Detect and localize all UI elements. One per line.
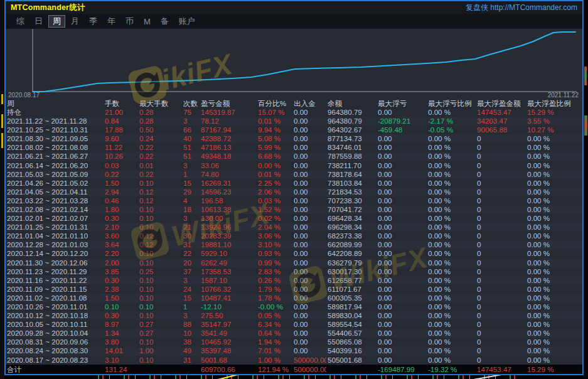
- table-cell: 31: [182, 240, 200, 249]
- table-cell: 0.00 %: [526, 152, 582, 161]
- table-row[interactable]: 2020.08.24 ~ 2020.08.3014.011.004935397.…: [6, 347, 582, 356]
- table-cell: 0.00 %: [526, 214, 582, 223]
- table-cell: 2020.10.26 ~ 2020.11.01: [6, 302, 104, 311]
- table-row[interactable]: 2021.02.08 ~ 2021.02.141.800.101810613.3…: [6, 205, 582, 214]
- menu-item-4[interactable]: 月: [67, 15, 83, 28]
- table-row[interactable]: 2021.04.26 ~ 2021.05.021.500.101516269.3…: [6, 179, 582, 188]
- table-cell: 10766.32: [200, 285, 257, 294]
- table-cell: 0.00: [292, 346, 326, 355]
- table-cell: -459.48: [377, 125, 427, 134]
- column-header[interactable]: 最大浮盈比例: [526, 99, 582, 108]
- table-cell: 5.99 %: [257, 143, 292, 152]
- table-cell: 964380.79: [326, 117, 377, 125]
- table-cell: 0.93 %: [257, 249, 292, 258]
- table-row[interactable]: 2020.11.16 ~ 2020.11.220.300.1031587.100…: [6, 276, 582, 285]
- table-row[interactable]: 2020.11.09 ~ 2020.11.152.380.102410766.3…: [6, 285, 582, 294]
- table-row[interactable]: 2020.10.05 ~ 2020.10.118.970.278835147.9…: [6, 320, 582, 329]
- table-cell: 2020.09.28 ~ 2020.10.04: [6, 329, 104, 338]
- table-row[interactable]: 2021.02.01 ~ 2021.02.070.300.103130.000.…: [6, 214, 582, 223]
- table-cell: 0.00 %: [427, 152, 476, 161]
- column-header[interactable]: 最大浮盈金额: [476, 99, 526, 108]
- table-cell: 0.00 %: [526, 267, 582, 276]
- table-row[interactable]: 2020.11.23 ~ 2020.11.293.850.253717358.5…: [6, 267, 582, 276]
- table-row[interactable]: 2021.10.25 ~ 2021.10.3117.880.506687167.…: [6, 125, 582, 134]
- table-cell: 0: [476, 161, 526, 170]
- menu-item-6[interactable]: 年: [103, 15, 120, 28]
- table-cell: 738178.64: [326, 170, 377, 179]
- table-cell: 16269.31: [200, 179, 257, 188]
- table-cell: 0.00 %: [526, 232, 582, 240]
- table-cell: 500000.00: [292, 365, 326, 374]
- table-cell: 0.00 %: [427, 143, 476, 152]
- table-row[interactable]: 2021.06.21 ~ 2021.06.2710.260.225149348.…: [6, 152, 582, 161]
- column-header[interactable]: 周: [6, 99, 104, 108]
- column-header[interactable]: 最大手数: [138, 99, 182, 108]
- table-cell: 1.00: [138, 346, 182, 355]
- table-row[interactable]: 2020.10.26 ~ 2020.11.010.100.101-12.10-0…: [6, 302, 582, 311]
- total-row[interactable]: 合计131.24609700.66121.94 %500000.00-16948…: [6, 365, 582, 374]
- table-row[interactable]: 2020.12.14 ~ 2020.12.202.200.10225929.10…: [6, 250, 582, 259]
- menu-item-8[interactable]: M: [139, 16, 155, 27]
- table-cell: 0.00 %: [427, 329, 476, 338]
- menu-item-1[interactable]: 综: [12, 15, 29, 28]
- table-cell: 196.58: [200, 196, 257, 205]
- menu-item-10[interactable]: 账户: [174, 15, 200, 28]
- column-header[interactable]: 手数: [104, 99, 138, 108]
- table-row[interactable]: 2021.04.05 ~ 2021.04.112.940.122914596.2…: [6, 188, 582, 196]
- table-row[interactable]: 2021.01.04 ~ 2021.01.103.600.123020283.3…: [6, 232, 582, 240]
- table-cell: 0.10: [138, 302, 182, 311]
- menu-item-7[interactable]: 币: [121, 15, 138, 28]
- column-header[interactable]: 余额: [326, 99, 377, 108]
- table-cell: 0.01 %: [257, 117, 292, 125]
- table-cell: 2.38: [104, 285, 138, 294]
- menu-item-5[interactable]: 季: [85, 15, 102, 28]
- title-bar[interactable]: MTCommander统计 复盘侠 http://MTCommander.com: [6, 1, 582, 14]
- table-cell: 0.00: [377, 276, 427, 285]
- menu-item-9[interactable]: 备: [156, 15, 173, 28]
- table-cell: 0.10: [104, 302, 138, 311]
- table-row[interactable]: 2021.11.22 ~ 2021.11.280.840.28378.120.0…: [6, 117, 582, 125]
- column-header[interactable]: 盈亏金额: [200, 99, 257, 108]
- column-header[interactable]: 最大浮亏比例: [427, 99, 476, 108]
- table-row[interactable]: 2020.10.12 ~ 2020.10.180.300.103275.500.…: [6, 311, 582, 320]
- column-header[interactable]: 百分比%: [257, 99, 292, 108]
- table-row[interactable]: 2020.08.17 ~ 2020.08.233.100.10315001.68…: [6, 356, 582, 365]
- table-cell: 0.00: [292, 267, 326, 276]
- table-cell: 2020.12.28 ~ 2021.01.03: [6, 240, 104, 249]
- table-cell: 10613.38: [200, 205, 257, 214]
- table-cell: 0: [476, 294, 526, 302]
- table-cell: 0.00 %: [427, 311, 476, 320]
- table-cell: 2.00: [104, 259, 138, 267]
- brand-link[interactable]: 复盘侠 http://MTCommander.com: [466, 3, 577, 13]
- table-row[interactable]: 2021.08.02 ~ 2021.08.0811.220.225147186.…: [6, 143, 582, 152]
- table-row[interactable]: 2021.03.22 ~ 2021.03.280.460.124196.580.…: [6, 196, 582, 205]
- table-row[interactable]: 2021.06.14 ~ 2021.06.200.030.01333.060.0…: [6, 161, 582, 170]
- table-cell: 2.25 %: [257, 179, 292, 188]
- table-row[interactable]: 2021.05.03 ~ 2021.05.090.220.22174.800.0…: [6, 170, 582, 179]
- table-cell: 5001.68: [200, 356, 257, 365]
- table-cell: 0.00: [292, 320, 326, 329]
- table-cell: 2.04 %: [257, 223, 292, 232]
- window-title: MTCommander统计: [11, 3, 85, 13]
- table-row[interactable]: 2021.08.30 ~ 2021.09.059.600.244042388.7…: [6, 134, 582, 143]
- table-cell: 0.00: [377, 232, 427, 240]
- column-header[interactable]: 最大浮亏: [377, 99, 427, 108]
- column-header[interactable]: 出入金: [292, 99, 326, 108]
- table-cell: 0.00: [292, 302, 326, 311]
- menu-item-2[interactable]: 日: [30, 15, 47, 28]
- table-row[interactable]: 2020.11.02 ~ 2020.11.081.500.101510487.4…: [6, 294, 582, 302]
- table-row[interactable]: 2020.11.30 ~ 2020.12.062.000.10206262.49…: [6, 259, 582, 267]
- column-header[interactable]: 次数: [182, 99, 200, 108]
- table-cell: 35397.48: [200, 346, 257, 355]
- table-cell: 0.00 %: [526, 196, 582, 205]
- table-row[interactable]: 2021.01.25 ~ 2021.01.312.100.102113924.9…: [6, 223, 582, 232]
- table-row[interactable]: 2020.12.28 ~ 2021.01.033.640.123119881.1…: [6, 240, 582, 249]
- table-cell: 0.22: [104, 170, 138, 179]
- menu-item-3[interactable]: 周: [48, 15, 65, 28]
- table-cell: 0.00 %: [427, 232, 476, 240]
- table-cell: 10487.41: [200, 294, 257, 302]
- table-cell: 0.00: [292, 108, 326, 117]
- table-row[interactable]: 2020.09.28 ~ 2020.10.041.340.27103541.49…: [6, 329, 582, 338]
- table-row[interactable]: 持仓21.000.2875145319.8715.07 %0.00964380.…: [6, 108, 582, 117]
- table-row[interactable]: 2020.08.31 ~ 2020.09.063.800.103810465.9…: [6, 338, 582, 346]
